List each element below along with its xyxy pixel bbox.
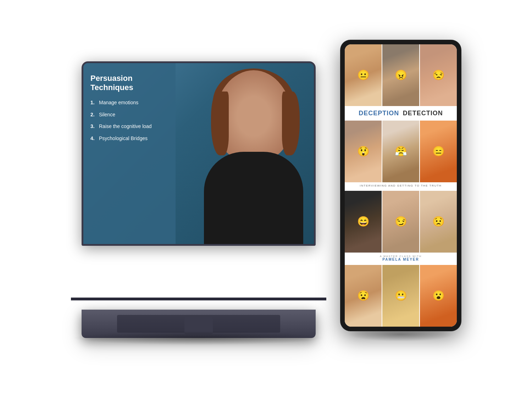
- face-cell-2: 😠: [382, 44, 419, 106]
- list-num-1: 1.: [90, 99, 96, 106]
- author-name: PAMELA MEYER: [348, 257, 453, 261]
- list-text-2: Silence: [99, 111, 115, 118]
- laptop-shadow: [71, 331, 326, 345]
- face-cell-11: 😟: [420, 191, 457, 253]
- laptop-device: Persuasion Techniques 1. Manage emotions…: [71, 61, 326, 338]
- face-14: 😬: [382, 265, 419, 327]
- person-hair-right: [282, 92, 300, 155]
- master-class-band: A MASTER CLASS WITH PAMELA MEYER: [345, 253, 457, 265]
- face-cell-7: 😑: [420, 121, 457, 182]
- face-6: 😤: [382, 121, 419, 182]
- face-cell-1: 😐: [345, 44, 382, 106]
- slide-list: 1. Manage emotions 2. Silence 3. Raise t…: [90, 99, 168, 142]
- list-num-4: 4.: [90, 135, 96, 142]
- face-3: 😒: [420, 44, 457, 106]
- list-num-3: 3.: [90, 123, 96, 130]
- face-13: 😧: [345, 265, 382, 327]
- title-deception: DECEPTION: [359, 110, 399, 117]
- book-title-band: DECEPTION DETECTION: [345, 106, 457, 121]
- face-5: 😲: [345, 121, 382, 182]
- book-cover: 😐 😠 😒 DECEPTION DETECTION: [345, 44, 457, 327]
- face-1: 😐: [345, 44, 382, 106]
- face-cell-9: 😄: [345, 191, 382, 253]
- laptop-lid: Persuasion Techniques 1. Manage emotions…: [82, 61, 316, 246]
- face-11: 😟: [420, 191, 457, 253]
- list-num-2: 2.: [90, 111, 96, 118]
- laptop-hinge: [71, 298, 326, 300]
- face-cell-10: 😏: [382, 191, 419, 253]
- face-cell-5: 😲: [345, 121, 382, 182]
- face-cell-3: 😒: [420, 44, 457, 106]
- slide-content: Persuasion Techniques 1. Manage emotions…: [83, 63, 176, 244]
- tablet-screen: 😐 😠 😒 DECEPTION DETECTION: [345, 44, 457, 327]
- slide-title: Persuasion Techniques: [90, 74, 168, 93]
- list-text-1: Manage emotions: [99, 99, 138, 106]
- person-hair-left: [211, 92, 229, 155]
- list-item-4: 4. Psychological Bridges: [90, 135, 168, 142]
- face-7: 😑: [420, 121, 457, 182]
- master-class-label: A MASTER CLASS WITH: [348, 255, 453, 257]
- list-item-1: 1. Manage emotions: [90, 99, 168, 106]
- face-cell-14: 😬: [382, 265, 419, 327]
- scene: Persuasion Techniques 1. Manage emotions…: [71, 40, 461, 359]
- list-item-3: 3. Raise the cognitive load: [90, 123, 168, 130]
- face-15: 😮: [420, 265, 457, 327]
- tablet-shadow: [348, 327, 454, 342]
- book-subtitle: INTERVIEWING AND GETTING TO THE TRUTH: [348, 184, 453, 188]
- list-item-2: 2. Silence: [90, 111, 168, 118]
- face-cell-15: 😮: [420, 265, 457, 327]
- face-2: 😠: [382, 44, 419, 106]
- person-body: [204, 152, 303, 244]
- tablet-device: 😐 😠 😒 DECEPTION DETECTION: [340, 40, 461, 331]
- laptop-screen: Persuasion Techniques 1. Manage emotions…: [83, 63, 314, 244]
- list-text-4: Psychological Bridges: [99, 135, 148, 142]
- face-9: 😄: [345, 191, 382, 253]
- book-subtitle-band: INTERVIEWING AND GETTING TO THE TRUTH: [345, 182, 457, 191]
- face-cell-6: 😤: [382, 121, 419, 182]
- face-cell-13: 😧: [345, 265, 382, 327]
- face-10: 😏: [382, 191, 419, 253]
- title-detection: DETECTION: [403, 110, 443, 117]
- list-text-3: Raise the cognitive load: [99, 123, 152, 130]
